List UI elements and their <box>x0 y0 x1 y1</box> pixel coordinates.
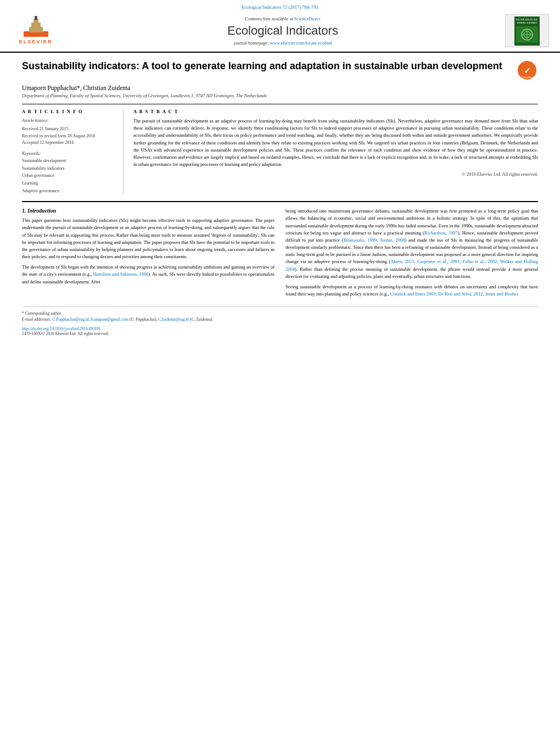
copyright-notice: © 2016 Elsevier Ltd. All rights reserved… <box>133 171 538 177</box>
sciencedirect-text: Contents lists available at ScienceDirec… <box>60 16 505 21</box>
journal-logo-right: ECOLOGICAL INDICATORS <box>505 14 549 47</box>
received-date: Received 21 January 2015 <box>22 126 117 133</box>
section1-title: 1. Introduction <box>22 208 275 214</box>
connick-link[interactable]: Connick and Innes 2003; De Roo and Silva… <box>390 291 518 297</box>
ahern-link[interactable]: Ahern, 2011; Carpenter et al., 2001; Fol… <box>285 259 538 271</box>
article-history: Article history: Received 21 January 201… <box>22 118 117 147</box>
body-content: 1. Introduction This paper questions how… <box>22 201 538 301</box>
body-left-para1: This paper questions how sustainability … <box>22 217 275 260</box>
zuidema-note: (C. Zuidema). <box>190 317 213 322</box>
svg-text:CrossMark: CrossMark <box>521 76 534 79</box>
keywords-section: Keywords: Sustainable development Sustai… <box>22 151 117 194</box>
article-title-section: Sustainability indicators: A tool to gen… <box>22 59 538 81</box>
keyword-3: Urban governance <box>22 172 117 180</box>
received-revised-date: Received in revised form 28 August 2016 <box>22 133 117 140</box>
history-title: Article history: <box>22 118 117 125</box>
svg-text:✓: ✓ <box>524 66 531 75</box>
elsevier-logo: ELSEVIER <box>11 16 60 46</box>
crossmark-badge: ✓ CrossMark <box>516 59 538 81</box>
body-left-column: 1. Introduction This paper questions how… <box>22 208 275 301</box>
eco-logo-box: ECOLOGICAL INDICATORS <box>514 16 540 46</box>
body-right-para1: being introduced into mainstream governa… <box>285 208 538 280</box>
article-content: Sustainability indicators: A tool to gen… <box>0 53 560 342</box>
email-author: (U. Pupphachai), <box>130 317 158 322</box>
elsevier-label: ELSEVIER <box>19 39 53 44</box>
body-right-column: being introduced into mainstream governa… <box>285 208 538 301</box>
abstract-column: A B S T R A C T The pursuit of sustainab… <box>133 109 538 194</box>
elsevier-tree-icon <box>18 16 54 39</box>
sciencedirect-link[interactable]: ScienceDirect <box>294 16 321 21</box>
journal-reference: Ecological Indicators 72 (2017) 784–793 <box>11 4 549 10</box>
richardson-link[interactable]: Richardson, 1997 <box>424 230 458 236</box>
footer-copyright: 1470-160X/© 2016 Elsevier Ltd. All right… <box>22 331 538 336</box>
keyword-2: Sustainability indicators <box>22 165 117 172</box>
author-names: Umaporn Pupphachai*, Christian Zuidema <box>22 85 130 91</box>
homepage-link[interactable]: www.elsevier.com/locate/ecolind <box>270 40 332 46</box>
doi-link[interactable]: http://dx.doi.org/10.1016/j.ecolind.2016… <box>22 326 100 331</box>
article-title: Sustainability indicators: A tool to gen… <box>22 59 511 72</box>
journal-homepage: journal homepage: www.elsevier.com/locat… <box>60 40 505 46</box>
keyword-4: Learning <box>22 180 117 187</box>
authors: Umaporn Pupphachai*, Christian Zuidema <box>22 85 538 91</box>
corresponding-label: * Corresponding author. <box>22 311 62 316</box>
journal-title-header: Ecological Indicators <box>60 24 505 38</box>
keyword-1: Sustainable development <box>22 157 117 165</box>
body-right-para2: Seeing sustainable development as a proc… <box>285 283 538 298</box>
doi-section: http://dx.doi.org/10.1016/j.ecolind.2016… <box>22 325 538 331</box>
keywords-list: Sustainable development Sustainability i… <box>22 157 117 194</box>
body-left-para2: The development of SIs began with the in… <box>22 264 275 286</box>
accepted-date: Accepted 12 September 2016 <box>22 140 117 147</box>
footnote-corresponding: * Corresponding author. <box>22 310 538 316</box>
email-label: E-mail addresses: <box>22 317 51 322</box>
body-two-column: 1. Introduction This paper questions how… <box>22 208 538 301</box>
email-link-2[interactable]: h.unapam@gmail.com <box>91 317 128 322</box>
svg-rect-4 <box>35 16 37 20</box>
abstract-text: The pursuit of sustainable development a… <box>133 118 538 168</box>
journal-header: Ecological Indicators 72 (2017) 784–793 … <box>0 0 560 53</box>
article-info-column: A R T I C L E I N F O Article history: R… <box>22 109 124 194</box>
journal-center: Contents lists available at ScienceDirec… <box>60 16 505 46</box>
article-info-abstract: A R T I C L E I N F O Article history: R… <box>22 104 538 194</box>
briassoulis-link[interactable]: Briassoulis, 1999; Jordan, 2008 <box>344 237 405 243</box>
footnote-email: E-mail addresses: U.Pupphachai@rug.nl, h… <box>22 316 538 322</box>
hamilton-link[interactable]: Hamilton and Atkinson, 1996 <box>93 271 149 277</box>
affiliation: Department of Planning, Faculty of Spati… <box>22 93 538 98</box>
article-info-header: A R T I C L E I N F O <box>22 109 117 114</box>
crossmark-icon: ✓ CrossMark <box>517 60 537 81</box>
keyword-5: Adaptive governance <box>22 187 117 195</box>
abstract-header: A B S T R A C T <box>133 109 538 114</box>
email-link-1[interactable]: U.Pupphachai@rug.nl <box>52 317 89 322</box>
keywords-title: Keywords: <box>22 151 117 156</box>
email-link-3[interactable]: C2uidema@rug.nl <box>159 317 189 322</box>
footer-section: * Corresponding author. E-mail addresses… <box>22 306 538 336</box>
page: Ecological Indicators 72 (2017) 784–793 … <box>0 0 560 742</box>
